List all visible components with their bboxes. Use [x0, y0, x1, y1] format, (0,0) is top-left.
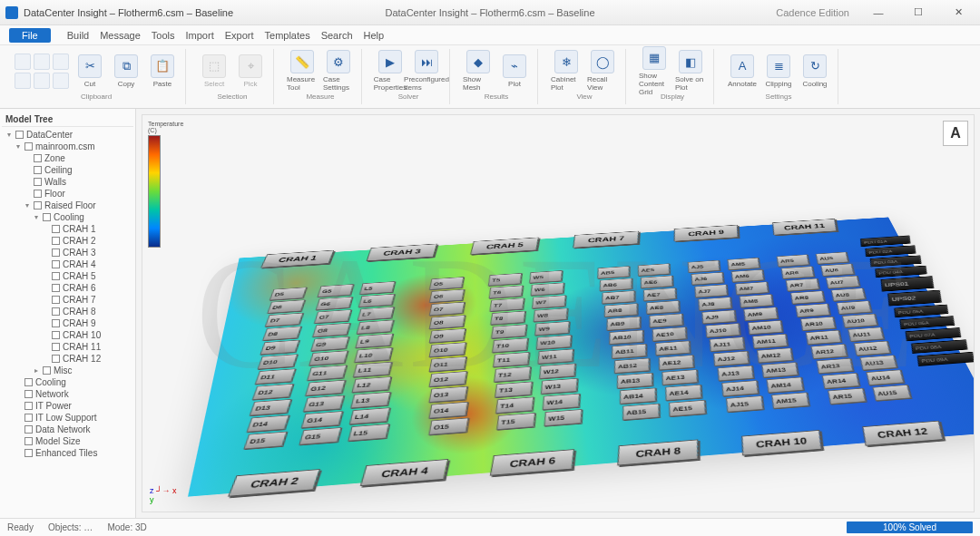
- tree-checkbox[interactable]: [52, 319, 60, 327]
- tree-checkbox[interactable]: [52, 272, 60, 280]
- tree-node[interactable]: IT Power: [5, 400, 133, 412]
- tree-checkbox[interactable]: [52, 225, 60, 233]
- rack-unit[interactable]: AM7: [735, 281, 769, 295]
- tree-node[interactable]: CRAH 2: [5, 235, 133, 247]
- rack-unit[interactable]: AJ9: [701, 310, 736, 324]
- rack-unit[interactable]: O14: [428, 402, 468, 419]
- tree-node[interactable]: CRAH 11: [5, 341, 133, 353]
- pdu-unit[interactable]: PDU 06A: [899, 316, 955, 329]
- rack-unit[interactable]: AE15: [669, 400, 706, 417]
- ribbon-measure-tool[interactable]: 📏Measure Tool: [287, 50, 318, 92]
- tree-node[interactable]: Network: [5, 388, 133, 400]
- rack-unit[interactable]: AB13: [617, 373, 653, 389]
- rack-unit[interactable]: AM9: [743, 307, 778, 320]
- rack-unit[interactable]: AB15: [622, 404, 660, 421]
- rack-unit[interactable]: AR5: [777, 254, 809, 267]
- rack-unit[interactable]: AJ13: [718, 365, 754, 381]
- ribbon-smallicon[interactable]: [53, 73, 69, 89]
- rack-unit[interactable]: AE6: [641, 276, 673, 288]
- tree-checkbox[interactable]: [24, 425, 33, 434]
- rack-unit[interactable]: O6: [429, 289, 465, 303]
- ups-unit[interactable]: UPS02: [887, 290, 942, 307]
- tree-checkbox[interactable]: [34, 154, 42, 162]
- tree-node[interactable]: CRAH 8: [5, 306, 133, 317]
- pdu-unit[interactable]: PDU 08A: [911, 339, 967, 354]
- rack-unit[interactable]: D7: [265, 313, 304, 327]
- rack-unit[interactable]: AE13: [662, 369, 698, 385]
- ribbon-cooling[interactable]: ↻Cooling: [799, 54, 830, 88]
- rack-unit[interactable]: T6: [488, 286, 523, 299]
- rack-unit[interactable]: D10: [258, 354, 299, 369]
- rack-unit[interactable]: G9: [310, 336, 349, 351]
- rack-unit[interactable]: D11: [255, 368, 296, 384]
- tree-node[interactable]: IT Low Support: [5, 412, 133, 424]
- rack-unit[interactable]: W11: [537, 349, 573, 365]
- rack-unit[interactable]: AJ7: [694, 284, 728, 297]
- tree-node[interactable]: CRAH 4: [5, 258, 133, 270]
- rack-unit[interactable]: AR8: [790, 290, 825, 304]
- tree-checkbox[interactable]: [24, 142, 33, 151]
- rack-unit[interactable]: AB10: [609, 330, 643, 345]
- viewport-3d[interactable]: Temperature (C) A CRAH 1CRAH 3CRAH 5CRAH…: [136, 109, 980, 518]
- rack-unit[interactable]: G12: [305, 380, 346, 396]
- tree-node[interactable]: Ceiling: [5, 164, 133, 176]
- rack-unit[interactable]: W14: [543, 394, 580, 410]
- rack-unit[interactable]: L9: [355, 334, 393, 348]
- tree-node[interactable]: Enhanced Tiles: [5, 447, 133, 459]
- rack-unit[interactable]: O5: [429, 277, 465, 289]
- rack-unit[interactable]: AM15: [771, 392, 809, 408]
- rack-unit[interactable]: AR15: [828, 388, 866, 404]
- tree-node[interactable]: CRAH 12: [5, 353, 133, 365]
- pdu-unit[interactable]: PDU 03A: [870, 255, 922, 267]
- rack-unit[interactable]: O15: [428, 418, 468, 435]
- tree-checkbox[interactable]: [52, 284, 60, 292]
- rack-unit[interactable]: AE11: [655, 341, 690, 356]
- rack-unit[interactable]: AR7: [786, 278, 819, 291]
- ribbon-preconfigured-items[interactable]: ⏭Preconfigured Items: [411, 50, 442, 92]
- rack-unit[interactable]: AB9: [606, 317, 640, 331]
- rack-unit[interactable]: L13: [350, 392, 391, 408]
- rack-unit[interactable]: D9: [260, 340, 299, 355]
- rack-unit[interactable]: T7: [489, 297, 524, 311]
- rack-unit[interactable]: G10: [309, 350, 348, 365]
- rack-unit[interactable]: AR9: [795, 304, 829, 317]
- rack-unit[interactable]: W8: [534, 308, 568, 322]
- pdu-unit[interactable]: PDU 04A: [875, 266, 926, 278]
- rack-unit[interactable]: L5: [359, 281, 396, 295]
- rack-unit[interactable]: AM14: [767, 377, 804, 394]
- rack-unit[interactable]: O9: [429, 328, 466, 343]
- rack-unit[interactable]: AE12: [659, 355, 694, 370]
- tree-checkbox[interactable]: [52, 249, 60, 257]
- rack-unit[interactable]: AR14: [822, 373, 860, 389]
- rack-unit[interactable]: AJ11: [710, 336, 745, 351]
- maximize-button[interactable]: ☐: [902, 5, 935, 21]
- tree-node[interactable]: ▾Raised Floor: [5, 200, 133, 211]
- minimize-button[interactable]: —: [862, 5, 895, 21]
- menu-search[interactable]: Search: [321, 30, 353, 41]
- pdu-unit[interactable]: PDU 02A: [865, 245, 916, 257]
- ribbon-recall-view[interactable]: ◯Recall View: [587, 50, 618, 92]
- tree-checkbox[interactable]: [24, 402, 33, 410]
- tree-checkbox[interactable]: [52, 355, 60, 363]
- tree-node[interactable]: Cooling: [5, 376, 133, 388]
- tree-checkbox[interactable]: [24, 437, 33, 445]
- rack-unit[interactable]: AJ6: [691, 272, 724, 285]
- ribbon-case-settings[interactable]: ⚙Case Settings: [323, 50, 354, 92]
- rack-unit[interactable]: AB7: [602, 290, 634, 304]
- rack-unit[interactable]: W13: [541, 378, 578, 395]
- rack-unit[interactable]: D5: [270, 287, 307, 300]
- tree-checkbox[interactable]: [52, 343, 60, 351]
- rack-unit[interactable]: W6: [531, 283, 564, 297]
- tree-checkbox[interactable]: [24, 378, 33, 386]
- tree-checkbox[interactable]: [34, 178, 42, 186]
- rack-unit[interactable]: AJ15: [726, 395, 763, 412]
- tree-node[interactable]: Floor: [5, 188, 133, 200]
- rack-unit[interactable]: AU14: [866, 369, 904, 385]
- tree-node[interactable]: Data Network: [5, 424, 133, 435]
- menu-message[interactable]: Message: [100, 30, 141, 41]
- pdu-unit[interactable]: PDU 05A: [894, 305, 948, 317]
- tree-checkbox[interactable]: [52, 307, 60, 316]
- rack-unit[interactable]: L7: [358, 307, 395, 320]
- rack-unit[interactable]: AE10: [652, 326, 687, 341]
- ribbon-cut[interactable]: ✂Cut: [74, 54, 105, 88]
